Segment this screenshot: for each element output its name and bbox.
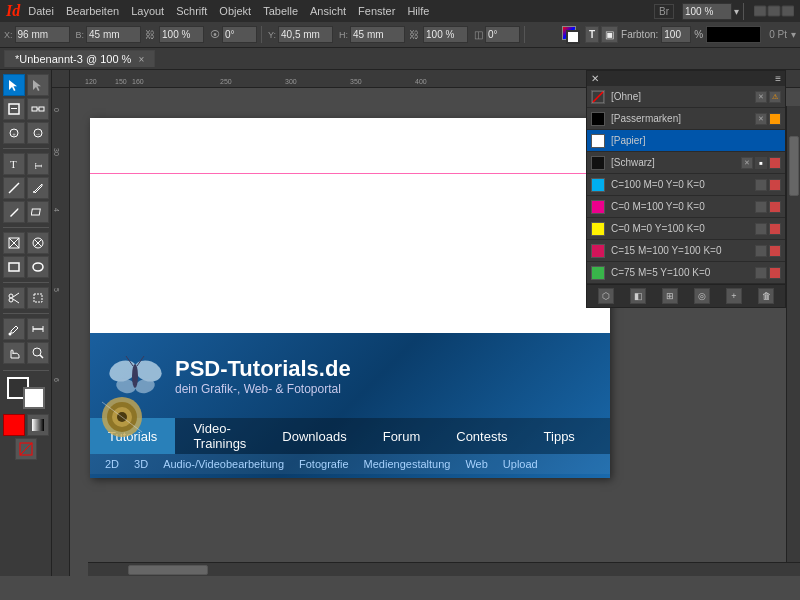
content-placer[interactable]: → [27, 122, 49, 144]
tabbar: *Unbenannt-3 @ 100 % × [0, 48, 800, 70]
farbton-input[interactable] [661, 26, 691, 43]
menu-datei[interactable]: Datei [28, 5, 54, 17]
color-row-cyan[interactable]: C=100 M=0 Y=0 K=0 [587, 174, 785, 196]
tool-row-2 [3, 98, 49, 120]
shear-tool[interactable] [27, 201, 49, 223]
scale-y-input[interactable] [423, 26, 468, 43]
menu-schrift[interactable]: Schrift [176, 5, 207, 17]
color-panel-close[interactable]: ✕ [591, 73, 599, 84]
scissors-tool[interactable] [3, 287, 25, 309]
vertical-scroll-thumb[interactable] [789, 136, 799, 196]
apply-color-btn[interactable] [3, 414, 25, 436]
rectangle-frame-tool[interactable] [3, 232, 25, 254]
menu-bearbeiten[interactable]: Bearbeiten [66, 5, 119, 17]
nav-tipps[interactable]: Tipps [526, 418, 593, 454]
eyedropper-tool[interactable] [3, 318, 25, 340]
ellipse-frame-tool[interactable] [27, 232, 49, 254]
apply-none-btn[interactable] [15, 438, 37, 460]
nav-contests[interactable]: Contests [438, 418, 525, 454]
line-tool[interactable] [3, 177, 25, 199]
new-color-btn[interactable]: + [726, 288, 742, 304]
ruler-mark-left: 5 [53, 288, 60, 292]
pt-dropdown[interactable]: ▾ [791, 29, 796, 40]
free-transform-tool[interactable] [27, 287, 49, 309]
rectangle-tool[interactable] [3, 256, 25, 278]
color-swatch-schwarz [591, 156, 605, 170]
subnav-audiovideobearbeitung[interactable]: Audio-/Videobearbeitung [163, 458, 284, 470]
nav-forum[interactable]: Forum [365, 418, 439, 454]
color-row-schwarz[interactable]: [Schwarz] ✕ ■ [587, 152, 785, 174]
color-row-green[interactable]: C=75 M=5 Y=100 K=0 [587, 262, 785, 284]
x-input[interactable] [15, 26, 70, 43]
scale-x-input[interactable] [159, 26, 204, 43]
subnav-upload[interactable]: Upload [503, 458, 538, 470]
color-row-papier[interactable]: [Papier] [587, 130, 785, 152]
content-collector[interactable]: + [3, 122, 25, 144]
direct-selection-tool[interactable] [27, 74, 49, 96]
vertical-text-tool[interactable]: T [27, 153, 49, 175]
color-swatch-display [706, 26, 761, 43]
nav-video-trainings[interactable]: Video-Trainings [175, 418, 264, 454]
zoom-input[interactable] [682, 3, 732, 20]
fill-stroke-indicator[interactable] [560, 24, 582, 46]
measure-tool[interactable] [27, 318, 49, 340]
pen-tool[interactable] [27, 177, 49, 199]
color-row-passermarken[interactable]: [Passermarken] ✕ [587, 108, 785, 130]
menu-tabelle[interactable]: Tabelle [263, 5, 298, 17]
new-gradient-btn[interactable]: ⬡ [598, 288, 614, 304]
nav-shop[interactable]: Shop [593, 418, 610, 454]
color-row-red[interactable]: C=15 M=100 Y=100 K=0 [587, 240, 785, 262]
color-row-ohne[interactable]: [Ohne] ✕ ⚠ [587, 86, 785, 108]
new-mixed-btn[interactable]: ⊞ [662, 288, 678, 304]
gap-tool[interactable] [27, 98, 49, 120]
subnav-web[interactable]: Web [465, 458, 487, 470]
angle1-input[interactable] [222, 26, 257, 43]
h-input[interactable] [350, 26, 405, 43]
subnav-fotografie[interactable]: Fotografie [299, 458, 349, 470]
bridge-button[interactable]: Br [654, 4, 674, 19]
color-name-papier: [Papier] [611, 135, 781, 146]
delete-color-btn[interactable]: 🗑 [758, 288, 774, 304]
page-tool[interactable] [3, 98, 25, 120]
ruler-mark: 150 [115, 78, 127, 85]
y-input[interactable] [278, 26, 333, 43]
nav-downloads[interactable]: Downloads [264, 418, 364, 454]
zoom-tool[interactable] [27, 342, 49, 364]
subnav-2d[interactable]: 2D [105, 458, 119, 470]
vertical-scrollbar[interactable] [786, 106, 800, 562]
subnav-mediengestaltung[interactable]: Mediengestaltung [364, 458, 451, 470]
apply-gradient-btn[interactable] [27, 414, 49, 436]
color-icons-green [755, 267, 781, 279]
text-btn[interactable]: T [585, 26, 599, 43]
tool-row-11 [3, 342, 49, 364]
color-panel-menu[interactable]: ≡ [775, 73, 781, 84]
fill-stroke-boxes[interactable] [7, 377, 45, 409]
menu-fenster[interactable]: Fenster [358, 5, 395, 17]
zoom-dropdown-icon[interactable]: ▾ [734, 6, 739, 17]
new-tint-btn[interactable]: ◧ [630, 288, 646, 304]
menu-hilfe[interactable]: Hilfe [407, 5, 429, 17]
angle2-input[interactable] [485, 26, 520, 43]
b-input[interactable] [86, 26, 141, 43]
horizontal-scrollbar[interactable] [88, 562, 800, 576]
angle1-label: ⦿ [210, 29, 220, 40]
menu-layout[interactable]: Layout [131, 5, 164, 17]
ellipse-tool[interactable] [27, 256, 49, 278]
selection-tool[interactable] [3, 74, 25, 96]
menu-objekt[interactable]: Objekt [219, 5, 251, 17]
color-row-magenta[interactable]: C=0 M=100 Y=0 K=0 [587, 196, 785, 218]
tool-separator-3 [3, 282, 49, 283]
menu-ansicht[interactable]: Ansicht [310, 5, 346, 17]
ruler-mark: 250 [220, 78, 232, 85]
hand-tool[interactable] [3, 342, 25, 364]
document-tab[interactable]: *Unbenannt-3 @ 100 % × [4, 50, 155, 67]
frame-btn[interactable]: ▣ [601, 26, 618, 43]
svg-point-26 [9, 298, 13, 302]
text-tool[interactable]: T [3, 153, 25, 175]
new-spot-btn[interactable]: ◎ [694, 288, 710, 304]
color-row-yellow[interactable]: C=0 M=0 Y=100 K=0 [587, 218, 785, 240]
tab-close-button[interactable]: × [138, 54, 144, 65]
horizontal-scroll-thumb[interactable] [128, 565, 208, 575]
pencil-tool[interactable] [3, 201, 25, 223]
subnav-3d[interactable]: 3D [134, 458, 148, 470]
